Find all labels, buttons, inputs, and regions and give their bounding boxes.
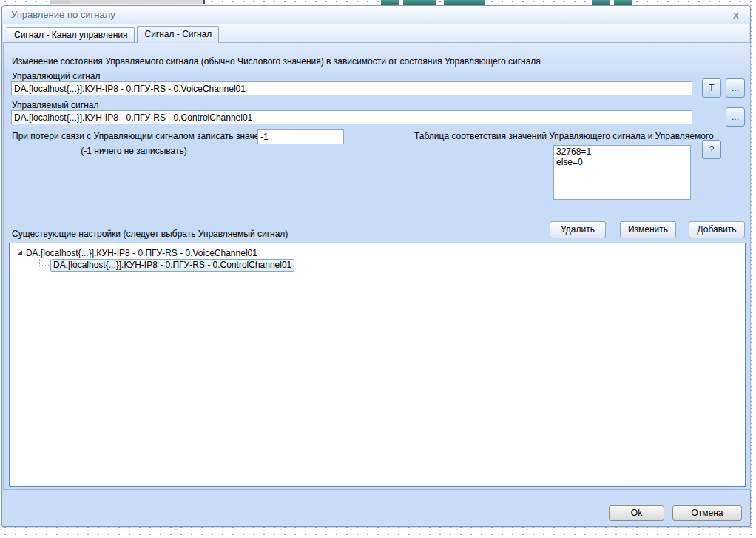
dialog-control-by-signal: Управление по сигналу x Сигнал - Канал у…: [1, 5, 751, 527]
loss-of-link-note: (-1 ничего не записывать): [12, 146, 256, 156]
background-window-fragment: [70, 0, 205, 4]
controlling-signal-input[interactable]: [11, 81, 692, 95]
background-icon-fragment: [444, 0, 485, 5]
browse-controlling-signal-button[interactable]: ...: [726, 78, 745, 98]
description-text: Изменение состояния Управляемого сигнала…: [12, 56, 541, 67]
delete-button[interactable]: Удалить: [550, 221, 606, 238]
browse-controlled-signal-button[interactable]: ...: [726, 107, 745, 127]
loss-of-link-value-input[interactable]: [257, 129, 344, 144]
existing-settings-label: Существующие настройки (следует выбрать …: [12, 229, 288, 239]
existing-settings-tree[interactable]: ◢ DA.[localhost{...}].КУН-IP8 - 0.ПГУ-RS…: [9, 243, 746, 487]
background-icon-fragment: [403, 0, 436, 5]
tree-child-label-selected[interactable]: DA.[localhost{...}].КУН-IP8 - 0.ПГУ-RS -…: [50, 259, 294, 272]
tab-page-signal-signal: Изменение состояния Управляемого сигнала…: [3, 42, 751, 490]
tree-parent-label[interactable]: DA.[localhost{...}].КУН-IP8 - 0.ПГУ-RS -…: [26, 248, 257, 258]
ok-button[interactable]: Ok: [609, 505, 664, 521]
cancel-button[interactable]: Отмена: [672, 505, 742, 521]
tab-signal-control-channel[interactable]: Сигнал - Канал управления: [7, 27, 135, 42]
tree-row-child[interactable]: DA.[localhost{...}].КУН-IP8 - 0.ПГУ-RS -…: [39, 259, 745, 273]
background-icon-fragment: [592, 0, 610, 5]
type-button[interactable]: T: [702, 78, 721, 98]
help-button[interactable]: ?: [702, 140, 721, 159]
mapping-table-input[interactable]: 32768=1 else=0: [553, 145, 691, 200]
edit-button[interactable]: Изменить: [620, 221, 676, 238]
expand-triangle-icon[interactable]: ◢: [17, 249, 22, 256]
controlled-signal-input[interactable]: [11, 110, 692, 124]
titlebar[interactable]: Управление по сигналу x: [2, 6, 750, 24]
controlled-signal-label: Управляемый сигнал: [12, 100, 99, 110]
background-icon-fragment: [614, 0, 632, 5]
window-title: Управление по сигналу: [11, 9, 115, 20]
tree-row-parent[interactable]: ◢ DA.[localhost{...}].КУН-IP8 - 0.ПГУ-RS…: [17, 246, 745, 259]
tab-strip: Сигнал - Канал управления Сигнал - Сигна…: [3, 24, 749, 42]
mapping-table-label: Таблица соответствия значений Управляюще…: [414, 131, 714, 141]
add-button[interactable]: Добавить: [689, 221, 745, 238]
close-icon[interactable]: x: [729, 7, 743, 22]
controlling-signal-label: Управляющий сигнал: [12, 71, 101, 81]
loss-of-link-label: При потери связи с Управляющим сигналом …: [12, 131, 274, 141]
background-icon-fragment: [381, 0, 399, 5]
tree-connector-line: [39, 259, 49, 266]
tab-signal-signal[interactable]: Сигнал - Сигнал: [137, 26, 219, 43]
